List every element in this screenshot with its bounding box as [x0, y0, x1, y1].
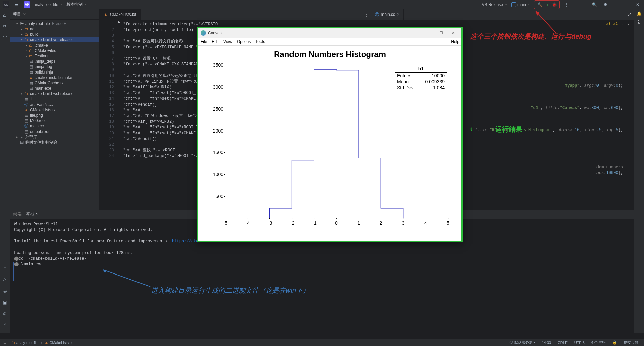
project-panel: 项目 ﹀ ▾🗁analy-root-fileE:\rootF▸🗀aa▸🗀buil…: [10, 9, 100, 210]
root-app-icon: [201, 30, 206, 36]
menu-icon[interactable]: ☰: [13, 1, 20, 8]
vcs-dropdown[interactable]: 版本控制﹀: [66, 2, 87, 7]
terminal-icon[interactable]: ▣: [1, 299, 9, 306]
expand-icon[interactable]: ⤢: [628, 12, 631, 17]
more-icon[interactable]: ⋯: [1, 33, 9, 40]
tree-row[interactable]: ▤M00.root: [10, 118, 99, 123]
services-icon[interactable]: ◎: [1, 287, 9, 295]
maximize-icon[interactable]: ☐: [435, 31, 447, 35]
canvas-titlebar[interactable]: Canvas — ☐ ✕: [198, 28, 461, 38]
tree-row[interactable]: ▸🗀aa: [10, 26, 99, 32]
menu-file[interactable]: File: [201, 39, 207, 44]
structure-tool-icon[interactable]: ⧉: [1, 22, 9, 30]
tree-row[interactable]: ▸⫘外部库: [10, 134, 99, 140]
topbar: CL ☰ AF analy-root-file﹀ 版本控制﹀ VS Releas…: [0, 0, 644, 9]
tab-main-cc[interactable]: ⓒ main.cc ×: [371, 9, 404, 20]
tree-row[interactable]: ▤.ninja_log: [10, 64, 99, 69]
svg-marker-3: [103, 270, 107, 273]
project-tree[interactable]: ▾🗁analy-root-fileE:\rootF▸🗀aa▸🗀build▾🗀cm…: [10, 20, 99, 146]
file-icon: ▤: [28, 70, 34, 75]
folder-o-icon: 🗀: [28, 48, 34, 53]
cmake-icon: ▲: [104, 12, 108, 17]
readonly-icon[interactable]: 🔒: [610, 340, 619, 345]
more-icon[interactable]: ⋮: [563, 1, 571, 8]
tree-row[interactable]: ▤临时文件和控制台: [10, 140, 99, 145]
chevron-down-icon: ﹀: [527, 2, 531, 7]
status-lineending[interactable]: CRLF: [556, 341, 570, 345]
cmake-icon: ▲: [28, 75, 34, 80]
deployment-server[interactable]: <无默认服务器>: [507, 340, 537, 345]
tree-row[interactable]: ▸🗀cmake-build-wsl-release: [10, 91, 99, 96]
canvas-plot: Random Numbers Histogram h1 Entries10000…: [198, 46, 461, 242]
build-config-dropdown[interactable]: VS Release﹀: [482, 2, 508, 7]
tree-row[interactable]: ▤file.png: [10, 113, 99, 118]
close-icon[interactable]: ×: [397, 12, 399, 17]
chevron-down-icon[interactable]: ﹀: [23, 12, 26, 17]
tree-row[interactable]: ▾🗁analy-root-fileE:\rootF: [10, 21, 99, 26]
tree-row[interactable]: ▲cmake_install.cmake: [10, 75, 99, 80]
folder-o-icon: 🗀: [24, 91, 29, 96]
todo-icon[interactable]: ①: [1, 310, 9, 318]
status-indent[interactable]: 4 个空格: [589, 340, 608, 345]
close-icon[interactable]: ✕: [634, 1, 641, 8]
breadcrumb[interactable]: 🗀 analy-root-file › ▲ CMakeLists.txt: [9, 341, 76, 345]
tool1-icon[interactable]: ≡: [1, 264, 9, 272]
build-button[interactable]: 🔨: [536, 1, 543, 8]
more-icon[interactable]: ⋮: [621, 12, 625, 17]
svg-marker-1: [536, 11, 539, 16]
project-dropdown[interactable]: analy-root-file﹀: [34, 2, 63, 7]
tree-row[interactable]: ▸🗀.cmake: [10, 42, 99, 48]
run-config-dropdown[interactable]: main﹀: [511, 2, 531, 7]
notifications-icon[interactable]: 🔔: [637, 11, 642, 16]
status-encoding[interactable]: UTF-8: [572, 341, 587, 345]
maximize-icon[interactable]: ☐: [624, 1, 632, 8]
cpp-icon: ⓒ: [375, 12, 379, 18]
file-icon: ▤: [28, 81, 34, 85]
tree-row[interactable]: ▤output.root: [10, 129, 99, 134]
tree-row[interactable]: ⓒmain.cc: [10, 123, 99, 129]
file-icon: ▤: [24, 97, 29, 102]
tree-row[interactable]: ▤.ninja_deps: [10, 59, 99, 64]
terminal-local-tab[interactable]: 本地 ×: [26, 210, 38, 218]
minimize-icon[interactable]: —: [615, 1, 622, 8]
tree-row[interactable]: ▾🗀cmake-build-vs-release: [10, 37, 99, 42]
project-tool-icon[interactable]: 🗀: [1, 11, 9, 19]
terminal-services-tab[interactable]: 终端: [13, 211, 22, 218]
folder-icon: 🗁: [19, 21, 24, 26]
settings-icon[interactable]: ⚙: [602, 1, 609, 8]
search-icon[interactable]: 🔍: [591, 1, 598, 8]
scratch-icon: ▤: [19, 140, 24, 145]
tree-row[interactable]: ▲CMakeLists.txt: [10, 107, 99, 113]
tool-window-icon[interactable]: ☐: [3, 340, 7, 345]
menu-options[interactable]: Options: [237, 39, 251, 44]
menu-edit[interactable]: Edit: [212, 39, 219, 44]
run-gutter-icon[interactable]: ▶: [118, 20, 120, 210]
tree-row[interactable]: ▸🗀CMakeFiles: [10, 48, 99, 53]
menu-help[interactable]: Help: [451, 39, 459, 44]
run-button[interactable]: ▷: [543, 1, 551, 8]
tree-row[interactable]: ▤main.exe: [10, 86, 99, 91]
tree-row[interactable]: ▸🗀Testing: [10, 53, 99, 59]
tree-row[interactable]: ⓒanaFastN.cc: [10, 102, 99, 107]
more-icon[interactable]: ⋮: [364, 12, 368, 17]
close-icon[interactable]: ✕: [447, 31, 459, 35]
cpp-icon: ⓒ: [24, 102, 29, 108]
avatar-icon[interactable]: AF: [24, 1, 30, 8]
problems-icon[interactable]: ⚠: [1, 276, 9, 283]
menu-view[interactable]: View: [223, 39, 232, 44]
vcs-icon[interactable]: ᛘ: [1, 322, 9, 329]
build-run-debug-group: 🔨 ▷ 🐞: [534, 0, 560, 9]
debug-button[interactable]: 🐞: [551, 1, 558, 8]
tree-row[interactable]: ▤build.ninja: [10, 69, 99, 75]
feedback-link[interactable]: 提交反馈: [622, 340, 641, 345]
tree-row[interactable]: ▸🗀build: [10, 32, 99, 37]
tab-cmakelists[interactable]: ▲ CMakeLists.txt: [100, 9, 141, 20]
target-icon: [511, 2, 516, 7]
menu-tools[interactable]: Tools: [255, 39, 265, 44]
tree-row[interactable]: ▤CMakeCache.txt: [10, 80, 99, 86]
tree-row[interactable]: ▤1: [10, 96, 99, 102]
minimize-icon[interactable]: —: [423, 31, 435, 35]
database-icon[interactable]: 🗄: [637, 20, 641, 24]
project-name: analy-root-file: [34, 2, 58, 7]
stat-box: h1 Entries10000Mean0.009339Std Dev1.084: [395, 65, 447, 91]
